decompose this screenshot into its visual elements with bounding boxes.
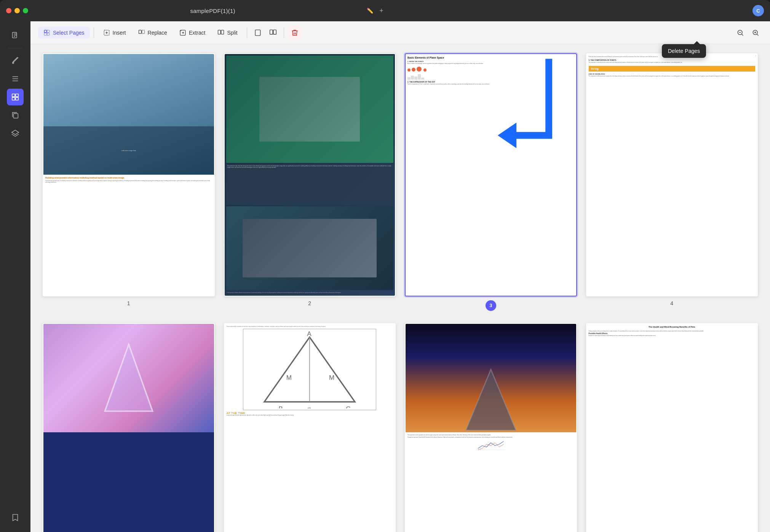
- svg-rect-7: [12, 97, 15, 100]
- edit-icon[interactable]: ✏️: [367, 8, 373, 14]
- view-spread-button[interactable]: [266, 26, 280, 40]
- svg-rect-14: [47, 33, 50, 35]
- select-pages-label: Select Pages: [53, 30, 85, 36]
- svg-marker-36: [105, 345, 152, 411]
- svg-rect-6: [16, 94, 18, 97]
- zoom-out-button[interactable]: [733, 26, 747, 40]
- split-button[interactable]: Split: [212, 27, 243, 39]
- delete-tooltip: Delete Pages: [662, 44, 706, 58]
- zoom-in-button[interactable]: [749, 26, 762, 40]
- toolbar: Select Pages Insert Replace Extract: [30, 21, 770, 44]
- svg-rect-8: [16, 97, 18, 100]
- page1-text: Combined with practical cases, the build…: [45, 180, 212, 183]
- svg-text:C: C: [346, 405, 350, 408]
- page-thumb-1[interactable]: 1 multi-view image data Building environ…: [43, 53, 215, 296]
- svg-rect-22: [221, 30, 224, 34]
- svg-line-31: [757, 34, 759, 35]
- page4-subtitle: LINE OF KNOWLEDGE: [589, 73, 756, 75]
- svg-text:M: M: [329, 374, 334, 381]
- split-label: Split: [227, 30, 237, 36]
- page8-possible: Possible Health Effects: [589, 333, 756, 334]
- replace-label: Replace: [148, 30, 167, 36]
- main-content: 1 multi-view image data Building environ…: [30, 44, 770, 532]
- view-single-button[interactable]: [251, 26, 265, 40]
- extract-button[interactable]: Extract: [174, 27, 211, 39]
- page-item-3: 3 Basic Elements of Plane Space 1. KNOW …: [405, 53, 577, 311]
- sidebar-item-brush[interactable]: [7, 52, 24, 69]
- svg-text:A: A: [307, 331, 312, 338]
- svg-text:B: B: [279, 405, 283, 408]
- toolbar-divider-2: [247, 27, 247, 38]
- toolbar-divider-3: [284, 27, 284, 38]
- svg-marker-10: [12, 130, 19, 135]
- svg-rect-11: [44, 30, 46, 32]
- page-item-6: These studies laid the foundation for th…: [224, 323, 396, 532]
- page-thumb-3[interactable]: 3 Basic Elements of Plane Space 1. KNOW …: [405, 53, 577, 296]
- page6-text: everyone thought that white light was pu…: [227, 415, 393, 416]
- svg-marker-34: [498, 123, 516, 148]
- titlebar: samplePDF(1)(1) ✏️ + C: [0, 0, 770, 21]
- insert-label: Insert: [113, 30, 126, 36]
- page8-title: The Health and Mind-Boosting Benefits of…: [589, 326, 756, 328]
- replace-button[interactable]: Replace: [133, 27, 173, 39]
- page4-string: String: [589, 66, 756, 72]
- sidebar-item-pages[interactable]: [7, 89, 24, 105]
- page-corner-4: 4: [755, 55, 756, 57]
- page-item-2: 2 The practical results show that throug…: [224, 53, 396, 311]
- svg-rect-26: [273, 30, 276, 34]
- page-thumb-5[interactable]: PRISM DECOMPOSITI ON SUNLIGHT EXPERIMENT…: [43, 323, 215, 532]
- page-thumb-2[interactable]: 2 The practical results show that throug…: [224, 53, 396, 296]
- toolbar-divider-1: [94, 27, 94, 38]
- page-thumb-7[interactable]: This experiment can be repeated over and…: [405, 323, 577, 532]
- sidebar: [0, 21, 30, 532]
- page-item-1: 1 multi-view image data Building environ…: [43, 53, 215, 311]
- page-thumb-6[interactable]: These studies laid the foundation for th…: [224, 323, 396, 532]
- pages-grid: 1 multi-view image data Building environ…: [43, 53, 758, 532]
- select-pages-button[interactable]: Select Pages: [38, 27, 90, 39]
- maximize-button[interactable]: [23, 8, 28, 13]
- svg-text:φ: φ: [307, 405, 311, 408]
- traffic-lights: [6, 8, 28, 13]
- svg-rect-24: [255, 30, 260, 35]
- page-label-2: 2: [308, 300, 311, 306]
- sidebar-divider-1: [8, 48, 23, 48]
- page7-text: This experiment can be repeated over and…: [407, 434, 574, 436]
- svg-rect-13: [44, 33, 46, 35]
- svg-rect-12: [47, 30, 50, 32]
- sidebar-item-list[interactable]: [7, 70, 24, 87]
- page-thumb-4[interactable]: 4 Points also have dominant and recessiv…: [586, 53, 758, 296]
- page-label-1: 1: [127, 300, 130, 306]
- svg-line-28: [742, 34, 743, 35]
- delete-pages-button[interactable]: [288, 26, 302, 40]
- page3-subtitle: 1. KNOW THE POINTS: [407, 61, 574, 62]
- page3-text: Any art contains its own language, and t…: [407, 63, 574, 65]
- sidebar-item-copy[interactable]: [7, 107, 24, 124]
- delete-tooltip-text: Delete Pages: [668, 48, 700, 54]
- page-item-8: The Health and Mind-Boosting Benefits of…: [586, 323, 758, 532]
- page3-title: Basic Elements of Plane Space: [407, 56, 574, 59]
- page-item-7: This experiment can be repeated over and…: [405, 323, 577, 532]
- insert-button[interactable]: Insert: [98, 27, 131, 39]
- svg-rect-21: [218, 30, 221, 34]
- page1-title: Building environment information modelin…: [45, 177, 212, 179]
- page-item-5: PRISM DECOMPOSITI ON SUNLIGHT EXPERIMENT…: [43, 323, 215, 532]
- page-thumb-8[interactable]: The Health and Mind-Boosting Benefits of…: [586, 323, 758, 532]
- extract-label: Extract: [189, 30, 206, 36]
- page-item-4: 4 Points also have dominant and recessiv…: [586, 53, 758, 311]
- sidebar-item-document[interactable]: [7, 27, 24, 44]
- page-label-4: 4: [670, 300, 673, 306]
- svg-rect-25: [270, 30, 273, 34]
- svg-text:M: M: [286, 374, 292, 381]
- page-badge-3: 3: [486, 300, 496, 311]
- sidebar-item-bookmark[interactable]: [7, 509, 24, 526]
- page-corner-3: 3: [574, 55, 575, 57]
- window-title: samplePDF(1)(1): [28, 8, 397, 14]
- sidebar-item-layers[interactable]: [7, 125, 24, 142]
- minimize-button[interactable]: [14, 8, 20, 13]
- svg-marker-46: [466, 370, 516, 430]
- add-tab-button[interactable]: +: [379, 7, 383, 15]
- close-button[interactable]: [6, 8, 11, 13]
- svg-rect-5: [12, 94, 15, 97]
- svg-rect-9: [13, 113, 18, 118]
- svg-rect-19: [142, 30, 144, 33]
